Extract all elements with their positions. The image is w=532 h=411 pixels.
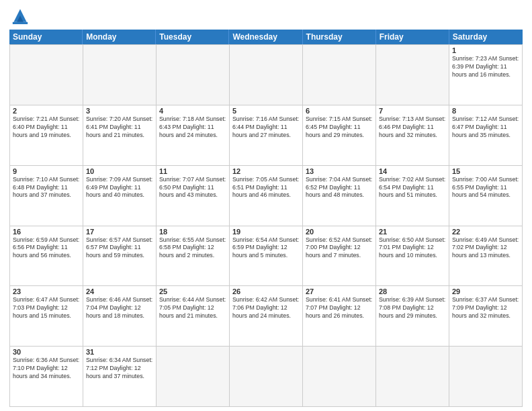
calendar-row-2: 9Sunrise: 7:10 AM Sunset: 6:48 PM Daylig… [10, 166, 523, 226]
calendar-cell-empty [449, 347, 523, 407]
day-info: Sunrise: 7:16 AM Sunset: 6:44 PM Dayligh… [232, 116, 300, 140]
calendar-cell-day-15: 15Sunrise: 7:00 AM Sunset: 6:55 PM Dayli… [449, 166, 523, 226]
day-info: Sunrise: 7:21 AM Sunset: 6:40 PM Dayligh… [13, 116, 80, 140]
calendar-cell-day-6: 6Sunrise: 7:15 AM Sunset: 6:45 PM Daylig… [303, 105, 376, 166]
calendar-cell-day-9: 9Sunrise: 7:10 AM Sunset: 6:48 PM Daylig… [10, 166, 83, 226]
day-info: Sunrise: 7:02 AM Sunset: 6:54 PM Dayligh… [379, 176, 446, 200]
day-number: 16 [13, 228, 80, 236]
calendar-cell-empty [376, 347, 449, 407]
calendar-cell-day-10: 10Sunrise: 7:09 AM Sunset: 6:49 PM Dayli… [83, 166, 157, 226]
header [9, 7, 523, 26]
calendar-header: SundayMondayTuesdayWednesdayThursdayFrid… [9, 30, 523, 44]
calendar-cell-day-14: 14Sunrise: 7:02 AM Sunset: 6:54 PM Dayli… [376, 166, 449, 226]
day-info: Sunrise: 7:13 AM Sunset: 6:46 PM Dayligh… [379, 116, 446, 140]
day-info: Sunrise: 6:59 AM Sunset: 6:56 PM Dayligh… [13, 236, 80, 261]
calendar-cell-day-26: 26Sunrise: 6:42 AM Sunset: 7:06 PM Dayli… [230, 286, 303, 347]
day-number: 19 [232, 228, 300, 236]
calendar-cell-day-22: 22Sunrise: 6:49 AM Sunset: 7:02 PM Dayli… [449, 226, 523, 287]
calendar: SundayMondayTuesdayWednesdayThursdayFrid… [9, 30, 523, 407]
calendar-cell-day-16: 16Sunrise: 6:59 AM Sunset: 6:56 PM Dayli… [10, 226, 83, 287]
calendar-row-3: 16Sunrise: 6:59 AM Sunset: 6:56 PM Dayli… [10, 226, 523, 287]
calendar-cell-day-1: 1Sunrise: 7:23 AM Sunset: 6:39 PM Daylig… [449, 45, 523, 105]
day-number: 21 [379, 228, 446, 236]
calendar-cell-day-21: 21Sunrise: 6:50 AM Sunset: 7:01 PM Dayli… [376, 226, 449, 287]
day-number: 24 [86, 287, 153, 295]
day-number: 27 [306, 287, 373, 295]
calendar-row-1: 2Sunrise: 7:21 AM Sunset: 6:40 PM Daylig… [10, 105, 523, 166]
day-number: 5 [232, 107, 300, 115]
calendar-cell-day-27: 27Sunrise: 6:41 AM Sunset: 7:07 PM Dayli… [303, 286, 376, 347]
day-number: 31 [86, 348, 153, 356]
calendar-row-0: 1Sunrise: 7:23 AM Sunset: 6:39 PM Daylig… [10, 45, 523, 105]
day-info: Sunrise: 6:55 AM Sunset: 6:58 PM Dayligh… [159, 236, 226, 261]
day-number: 2 [13, 107, 80, 115]
calendar-cell-day-3: 3Sunrise: 7:20 AM Sunset: 6:41 PM Daylig… [83, 105, 157, 166]
day-info: Sunrise: 6:47 AM Sunset: 7:03 PM Dayligh… [13, 296, 80, 320]
day-info: Sunrise: 6:54 AM Sunset: 6:59 PM Dayligh… [232, 236, 300, 261]
calendar-cell-day-31: 31Sunrise: 6:34 AM Sunset: 7:12 PM Dayli… [83, 347, 157, 407]
day-number: 6 [306, 107, 373, 115]
day-number: 29 [452, 287, 519, 295]
day-info: Sunrise: 7:10 AM Sunset: 6:48 PM Dayligh… [13, 176, 80, 200]
day-info: Sunrise: 6:34 AM Sunset: 7:12 PM Dayligh… [86, 357, 153, 381]
day-info: Sunrise: 7:12 AM Sunset: 6:47 PM Dayligh… [452, 116, 519, 140]
day-number: 30 [13, 348, 80, 356]
day-header-tuesday: Tuesday [156, 30, 229, 44]
calendar-body: 1Sunrise: 7:23 AM Sunset: 6:39 PM Daylig… [9, 44, 523, 407]
day-info: Sunrise: 7:07 AM Sunset: 6:50 PM Dayligh… [159, 176, 226, 200]
day-info: Sunrise: 7:00 AM Sunset: 6:55 PM Dayligh… [452, 176, 519, 200]
calendar-cell-day-5: 5Sunrise: 7:16 AM Sunset: 6:44 PM Daylig… [230, 105, 303, 166]
calendar-cell-day-2: 2Sunrise: 7:21 AM Sunset: 6:40 PM Daylig… [10, 105, 83, 166]
day-number: 23 [13, 287, 80, 295]
day-number: 14 [379, 167, 446, 175]
day-number: 26 [232, 287, 300, 295]
day-number: 11 [159, 167, 226, 175]
day-number: 22 [452, 228, 519, 236]
calendar-cell-day-11: 11Sunrise: 7:07 AM Sunset: 6:50 PM Dayli… [157, 166, 230, 226]
day-info: Sunrise: 7:20 AM Sunset: 6:41 PM Dayligh… [86, 116, 153, 140]
calendar-cell-day-28: 28Sunrise: 6:39 AM Sunset: 7:08 PM Dayli… [376, 286, 449, 347]
calendar-cell-day-29: 29Sunrise: 6:37 AM Sunset: 7:09 PM Dayli… [449, 286, 523, 347]
day-number: 17 [86, 228, 153, 236]
calendar-cell-empty [303, 347, 376, 407]
calendar-cell-day-20: 20Sunrise: 6:52 AM Sunset: 7:00 PM Dayli… [303, 226, 376, 287]
calendar-cell-day-23: 23Sunrise: 6:47 AM Sunset: 7:03 PM Dayli… [10, 286, 83, 347]
calendar-cell-day-18: 18Sunrise: 6:55 AM Sunset: 6:58 PM Dayli… [157, 226, 230, 287]
day-number: 18 [159, 228, 226, 236]
day-number: 8 [452, 107, 519, 115]
calendar-cell-day-24: 24Sunrise: 6:46 AM Sunset: 7:04 PM Dayli… [83, 286, 157, 347]
calendar-cell-empty [303, 45, 376, 105]
calendar-cell-empty [376, 45, 449, 105]
calendar-cell-empty [157, 347, 230, 407]
day-info: Sunrise: 6:41 AM Sunset: 7:07 PM Dayligh… [306, 296, 373, 320]
calendar-cell-empty [83, 45, 157, 105]
svg-rect-2 [13, 22, 28, 24]
day-info: Sunrise: 6:46 AM Sunset: 7:04 PM Dayligh… [86, 296, 153, 320]
calendar-cell-empty [10, 45, 83, 105]
day-number: 4 [159, 107, 226, 115]
day-number: 13 [306, 167, 373, 175]
calendar-cell-empty [157, 45, 230, 105]
day-info: Sunrise: 6:49 AM Sunset: 7:02 PM Dayligh… [452, 236, 519, 261]
day-info: Sunrise: 6:44 AM Sunset: 7:05 PM Dayligh… [159, 296, 226, 320]
day-header-monday: Monday [83, 30, 156, 44]
calendar-cell-day-12: 12Sunrise: 7:05 AM Sunset: 6:51 PM Dayli… [230, 166, 303, 226]
day-header-thursday: Thursday [303, 30, 376, 44]
day-info: Sunrise: 6:52 AM Sunset: 7:00 PM Dayligh… [306, 236, 373, 261]
day-info: Sunrise: 7:05 AM Sunset: 6:51 PM Dayligh… [232, 176, 300, 200]
day-number: 9 [13, 167, 80, 175]
day-info: Sunrise: 6:37 AM Sunset: 7:09 PM Dayligh… [452, 296, 519, 320]
day-header-saturday: Saturday [449, 30, 523, 44]
logo-icon [9, 7, 31, 26]
day-number: 1 [452, 46, 519, 54]
day-number: 28 [379, 287, 446, 295]
calendar-cell-day-8: 8Sunrise: 7:12 AM Sunset: 6:47 PM Daylig… [449, 105, 523, 166]
day-info: Sunrise: 6:57 AM Sunset: 6:57 PM Dayligh… [86, 236, 153, 261]
calendar-cell-day-17: 17Sunrise: 6:57 AM Sunset: 6:57 PM Dayli… [83, 226, 157, 287]
calendar-cell-empty [230, 347, 303, 407]
day-header-wednesday: Wednesday [229, 30, 302, 44]
calendar-cell-day-25: 25Sunrise: 6:44 AM Sunset: 7:05 PM Dayli… [157, 286, 230, 347]
page: SundayMondayTuesdayWednesdayThursdayFrid… [0, 0, 532, 411]
calendar-cell-day-13: 13Sunrise: 7:04 AM Sunset: 6:52 PM Dayli… [303, 166, 376, 226]
day-header-friday: Friday [376, 30, 449, 44]
